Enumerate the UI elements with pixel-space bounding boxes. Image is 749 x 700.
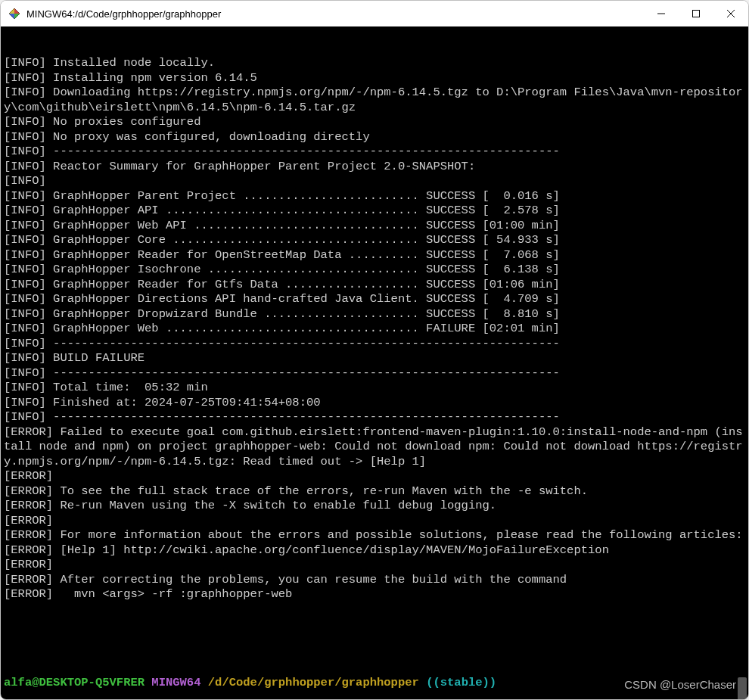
log-line-info: [INFO] ---------------------------------… xyxy=(4,337,745,352)
svg-marker-4 xyxy=(9,8,14,14)
log-line-info: [INFO] GraphHopper Web API .............… xyxy=(4,219,745,234)
log-line-info: [INFO] ---------------------------------… xyxy=(4,410,745,425)
log-line-info: [INFO] Total time: 05:32 min xyxy=(4,381,745,396)
log-line-info: [INFO] GraphHopper API .................… xyxy=(4,204,745,219)
svg-marker-2 xyxy=(14,14,20,19)
svg-marker-3 xyxy=(9,14,14,19)
log-line-info: [INFO] No proxies configured xyxy=(4,115,745,130)
terminal-body[interactable]: [INFO] Installed node locally.[INFO] Ins… xyxy=(1,26,748,699)
minimize-button[interactable] xyxy=(644,1,679,26)
prompt-branch: ((stable)) xyxy=(426,676,496,689)
svg-rect-6 xyxy=(693,11,700,17)
log-line-info: [INFO] Finished at: 2024-07-25T09:41:54+… xyxy=(4,396,745,411)
maximize-button[interactable] xyxy=(679,1,713,26)
log-line-error: [ERROR] [Help 1] http://cwiki.apache.org… xyxy=(4,543,745,558)
log-line-info: [INFO] Reactor Summary for GraphHopper P… xyxy=(4,160,745,175)
scrollbar-thumb[interactable] xyxy=(738,677,747,699)
prompt-user: alfa@DESKTOP-Q5VFRER xyxy=(4,676,145,689)
terminal-output: [INFO] Installed node locally.[INFO] Ins… xyxy=(4,56,745,602)
log-line-info: [INFO] GraphHopper Reader for OpenStreet… xyxy=(4,248,745,263)
log-line-info: [INFO] BUILD FAILURE xyxy=(4,351,745,366)
log-line-info: [INFO] Downloading https://registry.npmj… xyxy=(4,86,745,115)
prompt-path: /d/Code/grphhopper/graphhopper xyxy=(208,676,419,689)
close-button[interactable] xyxy=(713,1,748,26)
svg-marker-1 xyxy=(14,8,20,14)
log-line-info: [INFO] Installing npm version 6.14.5 xyxy=(4,71,745,86)
log-line-info: [INFO] GraphHopper Core ................… xyxy=(4,233,745,248)
log-line-info: [INFO] ---------------------------------… xyxy=(4,145,745,160)
log-line-error: [ERROR] After correcting the problems, y… xyxy=(4,573,745,588)
log-line-info: [INFO] No proxy was configured, download… xyxy=(4,130,745,145)
log-line-info: [INFO] GraphHopper Reader for Gtfs Data … xyxy=(4,278,745,293)
log-line-error: [ERROR] mvn <args> -rf :graphhopper-web xyxy=(4,587,745,602)
blank-line xyxy=(4,632,11,646)
log-line-error: [ERROR] xyxy=(4,558,745,573)
log-line-error: [ERROR] xyxy=(4,469,745,484)
log-line-info: [INFO] GraphHopper Isochrone ...........… xyxy=(4,263,745,278)
log-line-info: [INFO] Installed node locally. xyxy=(4,56,745,71)
log-line-error: [ERROR] Failed to execute goal com.githu… xyxy=(4,425,745,470)
prompt-sys: MINGW64 xyxy=(151,676,200,689)
titlebar[interactable]: MINGW64:/d/Code/grphhopper/graphhopper xyxy=(1,1,748,26)
log-line-info: [INFO] GraphHopper Directions API hand-c… xyxy=(4,292,745,307)
log-line-info: [INFO] ---------------------------------… xyxy=(4,366,745,381)
log-line-error: [ERROR] xyxy=(4,514,745,529)
log-line-info: [INFO] GraphHopper Web .................… xyxy=(4,322,745,337)
terminal-window: MINGW64:/d/Code/grphhopper/graphhopper [… xyxy=(0,0,749,700)
log-line-info: [INFO] xyxy=(4,174,745,189)
window-title: MINGW64:/d/Code/grphhopper/graphhopper xyxy=(26,8,221,20)
log-line-info: [INFO] GraphHopper Dropwizard Bundle ...… xyxy=(4,307,745,322)
log-line-error: [ERROR] To see the full stack trace of t… xyxy=(4,484,745,499)
app-icon xyxy=(8,8,20,20)
prompt-line xyxy=(4,632,745,647)
watermark: CSDN @LoserChaser xyxy=(624,677,736,692)
log-line-error: [ERROR] Re-run Maven using the -X switch… xyxy=(4,499,745,514)
log-line-info: [INFO] GraphHopper Parent Project ......… xyxy=(4,189,745,204)
log-line-error: [ERROR] For more information about the e… xyxy=(4,528,745,543)
